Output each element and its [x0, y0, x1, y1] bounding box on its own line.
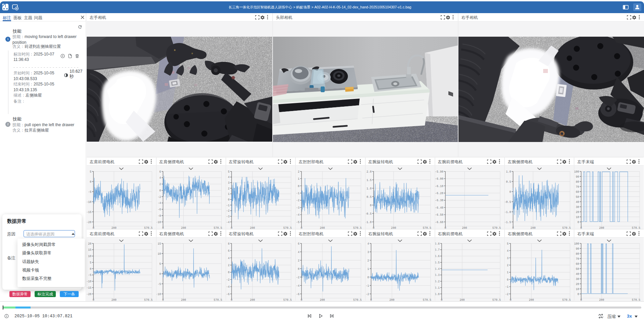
- svg-text:10: 10: [576, 216, 579, 219]
- svg-text:2: 2: [159, 183, 161, 186]
- svg-text:6.0: 6.0: [435, 293, 440, 296]
- svg-text:5: 5: [90, 170, 91, 174]
- svg-text:-5: -5: [158, 283, 161, 286]
- svg-text:-15: -15: [87, 211, 91, 214]
- svg-text:-1.0: -1.0: [365, 221, 372, 224]
- svg-text:-1.5: -1.5: [505, 221, 511, 224]
- svg-text:-6.50: -6.50: [435, 213, 443, 217]
- svg-text:-6.20: -6.20: [435, 192, 443, 195]
- svg-text:4: 4: [228, 257, 230, 260]
- svg-text:-5.90: -5.90: [435, 170, 443, 174]
- svg-text:-4: -4: [296, 213, 299, 217]
- svg-text:1: 1: [298, 177, 299, 181]
- svg-text:15: 15: [88, 248, 91, 252]
- svg-text:-5: -5: [88, 190, 91, 194]
- svg-text:80: 80: [576, 252, 579, 256]
- svg-text:60: 60: [576, 262, 579, 266]
- svg-text:-1: -1: [296, 192, 299, 195]
- svg-text:-6.30: -6.30: [435, 199, 443, 202]
- svg-text:-10: -10: [156, 293, 161, 296]
- svg-text:8: 8: [228, 242, 230, 246]
- svg-text:40: 40: [576, 201, 579, 204]
- svg-text:-2: -2: [296, 199, 299, 202]
- svg-text:-2: -2: [226, 278, 230, 282]
- svg-text:10: 10: [88, 255, 91, 258]
- svg-text:-8: -8: [158, 214, 161, 218]
- svg-text:2.0: 2.0: [366, 170, 371, 174]
- svg-text:-6.00: -6.00: [435, 177, 443, 181]
- svg-text:10: 10: [158, 252, 161, 256]
- svg-text:-2: -2: [158, 195, 161, 199]
- svg-text:0: 0: [90, 267, 91, 271]
- svg-text:4: 4: [367, 242, 369, 246]
- svg-text:2: 2: [507, 264, 509, 267]
- svg-text:80: 80: [576, 180, 579, 184]
- svg-text:6.4: 6.4: [435, 267, 440, 271]
- svg-text:-2: -2: [505, 293, 509, 296]
- svg-text:-10: -10: [156, 221, 161, 224]
- svg-text:2: 2: [298, 259, 299, 262]
- svg-text:-10: -10: [87, 280, 91, 283]
- svg-text:-4: -4: [226, 285, 230, 289]
- svg-text:2: 2: [367, 259, 369, 262]
- svg-text:-4: -4: [158, 202, 161, 205]
- svg-text:-2: -2: [296, 276, 299, 279]
- svg-text:20: 20: [576, 283, 579, 286]
- svg-text:-6: -6: [296, 293, 299, 296]
- svg-text:90: 90: [576, 247, 579, 251]
- svg-text:1.5: 1.5: [366, 179, 371, 182]
- svg-text:-3: -3: [226, 215, 230, 218]
- svg-text:90: 90: [576, 175, 579, 179]
- svg-text:5: 5: [507, 242, 509, 246]
- svg-text:-2: -2: [226, 209, 230, 213]
- svg-text:6.5: 6.5: [435, 261, 440, 264]
- svg-text:1.0: 1.0: [366, 187, 371, 190]
- svg-text:100: 100: [574, 242, 579, 246]
- svg-text:6.2: 6.2: [435, 280, 440, 283]
- svg-text:70: 70: [576, 257, 579, 261]
- svg-text:60: 60: [576, 190, 579, 194]
- svg-text:0: 0: [370, 204, 371, 207]
- svg-text:6.3: 6.3: [435, 274, 440, 277]
- svg-text:6.6: 6.6: [435, 255, 440, 258]
- svg-text:-6.60: -6.60: [435, 221, 443, 224]
- svg-text:5: 5: [228, 170, 230, 174]
- svg-text:-1: -1: [226, 204, 230, 207]
- svg-text:-4: -4: [296, 284, 299, 288]
- svg-text:-20: -20: [87, 221, 91, 224]
- svg-text:-15: -15: [87, 286, 91, 290]
- svg-text:1: 1: [507, 271, 509, 274]
- svg-text:0: 0: [228, 271, 230, 274]
- svg-text:1: 1: [367, 267, 369, 271]
- svg-text:1.0: 1.0: [506, 170, 511, 174]
- svg-text:0: 0: [509, 190, 511, 194]
- svg-text:-1.0: -1.0: [505, 211, 511, 214]
- svg-text:-6.40: -6.40: [435, 206, 443, 210]
- svg-text:4: 4: [507, 249, 509, 253]
- svg-text:4: 4: [298, 251, 299, 254]
- svg-text:-4: -4: [226, 221, 230, 224]
- svg-text:30: 30: [576, 206, 579, 209]
- svg-text:0.5: 0.5: [366, 195, 371, 199]
- svg-text:50: 50: [576, 267, 579, 271]
- svg-text:6: 6: [228, 249, 230, 253]
- svg-text:-6: -6: [226, 293, 230, 296]
- svg-text:4: 4: [159, 176, 161, 180]
- svg-text:6: 6: [298, 242, 299, 246]
- svg-text:-20: -20: [87, 293, 91, 296]
- svg-text:3: 3: [507, 257, 509, 260]
- svg-text:15: 15: [158, 242, 161, 246]
- svg-text:70: 70: [576, 185, 579, 189]
- svg-text:0: 0: [298, 185, 299, 188]
- svg-text:30: 30: [576, 278, 579, 281]
- svg-text:50: 50: [576, 195, 579, 199]
- svg-text:2: 2: [228, 187, 230, 190]
- svg-text:0: 0: [159, 189, 161, 192]
- svg-text:0: 0: [90, 180, 91, 184]
- svg-text:4: 4: [228, 176, 230, 179]
- svg-text:-0.5: -0.5: [505, 201, 511, 204]
- svg-text:0: 0: [367, 276, 369, 279]
- svg-text:20: 20: [576, 211, 579, 214]
- svg-text:0: 0: [507, 278, 509, 282]
- svg-text:100: 100: [574, 170, 579, 174]
